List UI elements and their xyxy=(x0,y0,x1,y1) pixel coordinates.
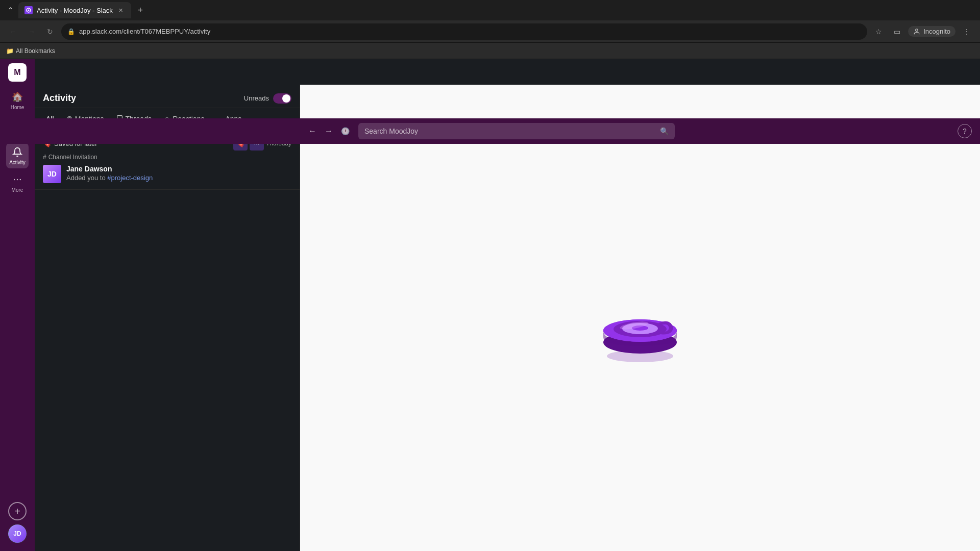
home-icon: 🏠 xyxy=(11,91,23,103)
channel-link[interactable]: #project-design xyxy=(107,174,153,182)
history-btn[interactable]: 🕐 xyxy=(338,124,352,138)
reload-btn[interactable]: ↻ xyxy=(43,24,57,39)
side-panel-btn[interactable]: ▭ xyxy=(890,24,904,39)
svg-point-1 xyxy=(28,10,30,11)
unreads-toggle: Unreads xyxy=(244,93,291,104)
nav-back-btn[interactable]: ← xyxy=(305,124,320,138)
message-prefix: Added you to xyxy=(66,174,106,182)
new-tab-btn[interactable]: + xyxy=(133,3,148,17)
activity-title: Activity xyxy=(43,93,76,104)
back-btn[interactable]: ← xyxy=(6,24,20,39)
unreads-switch[interactable] xyxy=(273,93,291,104)
activity-list: 🔖 Saved for later 🔖 ··· Thursday # Chann… xyxy=(35,130,300,551)
activity-header: Activity Unreads xyxy=(35,85,300,108)
channel-name: Channel Invitation xyxy=(48,154,97,161)
svg-point-5 xyxy=(20,179,21,181)
lock-icon: 🔒 xyxy=(67,28,75,35)
activity-panel: Activity Unreads All @ Mentions xyxy=(35,85,300,551)
bookmarks-label: All Bookmarks xyxy=(16,47,55,55)
address-bar[interactable]: 🔒 app.slack.com/client/T067MEBPPUY/activ… xyxy=(61,23,867,40)
slack-logo-container xyxy=(589,267,691,369)
slack-3d-logo xyxy=(589,267,691,369)
sidebar-item-activity[interactable]: Activity xyxy=(6,143,29,168)
user-message-avatar: JD xyxy=(43,165,61,183)
forward-btn[interactable]: → xyxy=(24,24,39,39)
slack-topbar: ← → 🕐 Search MoodJoy 🔍 ? xyxy=(0,118,980,144)
sidebar-item-home[interactable]: 🏠 Home xyxy=(6,88,29,113)
home-label: Home xyxy=(11,105,24,110)
channel-tag: # Channel Invitation xyxy=(43,154,291,161)
hash-icon: # xyxy=(43,154,46,161)
add-workspace-btn[interactable]: + xyxy=(8,502,27,520)
message-text: Added you to #project-design xyxy=(66,174,291,182)
workspace-btn[interactable]: M xyxy=(8,63,27,82)
message-content: Jane Dawson Added you to #project-design xyxy=(66,165,291,182)
tab-title: Activity - MoodJoy - Slack xyxy=(37,7,113,14)
unreads-label: Unreads xyxy=(244,94,269,102)
activity-message: JD Jane Dawson Added you to #project-des… xyxy=(43,165,291,183)
tab-scroll-btn[interactable]: ⌃ xyxy=(4,4,16,16)
more-label: More xyxy=(12,187,23,193)
user-avatar[interactable]: JD xyxy=(8,524,27,543)
help-btn[interactable]: ? xyxy=(958,124,972,138)
all-bookmarks[interactable]: 📁 All Bookmarks xyxy=(6,47,55,55)
bookmark-star-btn[interactable]: ☆ xyxy=(871,24,886,39)
more-icon xyxy=(11,173,23,186)
search-bar[interactable]: Search MoodJoy 🔍 xyxy=(358,123,675,139)
search-text: Search MoodJoy xyxy=(364,127,656,135)
activity-icon xyxy=(11,146,23,158)
sidebar-item-more[interactable]: More xyxy=(6,170,29,196)
right-panel xyxy=(300,85,980,551)
svg-point-2 xyxy=(916,29,918,31)
url-text: app.slack.com/client/T067MEBPPUY/activit… xyxy=(79,28,861,35)
menu-btn[interactable]: ⋮ xyxy=(960,24,974,39)
tab-close-btn[interactable]: ✕ xyxy=(117,6,125,14)
search-icon: 🔍 xyxy=(660,127,669,135)
incognito-badge: Incognito xyxy=(908,26,955,37)
incognito-label: Incognito xyxy=(923,28,950,35)
svg-point-3 xyxy=(14,179,15,181)
activity-label: Activity xyxy=(9,160,26,165)
avatar-img: JD xyxy=(43,165,61,183)
active-tab[interactable]: Activity - MoodJoy - Slack ✕ xyxy=(18,2,131,18)
tab-favicon xyxy=(24,6,33,14)
message-author: Jane Dawson xyxy=(66,165,291,173)
nav-forward-btn[interactable]: → xyxy=(322,124,336,138)
svg-point-4 xyxy=(17,179,18,181)
folder-icon: 📁 xyxy=(6,47,14,55)
